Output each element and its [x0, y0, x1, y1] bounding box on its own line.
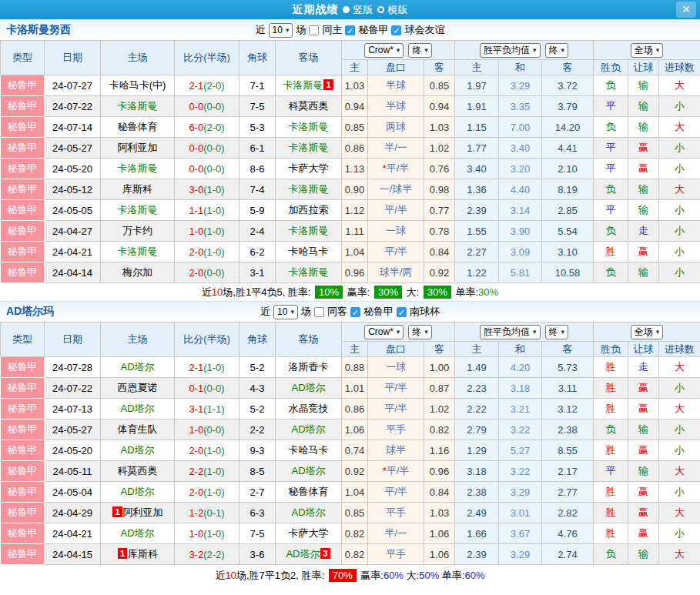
odds-home-value: 0.94 — [345, 101, 364, 112]
same-venue-checkbox[interactable] — [314, 307, 324, 317]
odds-home-value: 0.85 — [345, 122, 364, 133]
odds-home-value: 0.85 — [345, 507, 364, 519]
layout-vertical-label[interactable]: 竖版 — [353, 3, 373, 17]
league-checkbox[interactable]: ✓ — [350, 307, 360, 317]
avg-final-select[interactable]: 终▾ — [545, 43, 569, 58]
fulltime-score: 2-0 — [189, 445, 203, 456]
card-badge: 1 — [112, 506, 122, 517]
avg-home-cell: 1.97 — [455, 75, 499, 96]
layout-vertical-radio[interactable] — [343, 6, 350, 13]
odds-home-value: 0.86 — [345, 403, 364, 415]
score-cell: 2-0(1-0) — [175, 242, 239, 262]
odds-home-cell: 0.90 — [342, 179, 368, 200]
league-cell: 秘鲁甲 — [1, 440, 45, 461]
odds-away-cell: 0.87 — [424, 378, 455, 399]
same-venue-checkbox[interactable] — [309, 25, 319, 35]
layout-horizontal-radio[interactable] — [377, 6, 384, 13]
avg-final-select-value: 终 — [549, 44, 558, 57]
wdl-result-cell-value: 胜 — [606, 403, 616, 414]
handicap-result-cell: 赢 — [628, 523, 659, 544]
league-filter-label: 秘鲁甲 — [363, 305, 394, 319]
avg-odds-select[interactable]: 胜平负均值▾ — [480, 325, 541, 339]
odds-away-value: 1.16 — [430, 445, 449, 456]
odds-away-value: 1.02 — [430, 403, 449, 415]
odds-home-cell: 0.82 — [342, 544, 368, 565]
score-cell: 1-1(1-0) — [175, 200, 239, 221]
corner-cell: 6-2 — [239, 242, 276, 262]
league-cell: 秘鲁甲 — [1, 357, 45, 378]
halftime-score: (1-0) — [203, 362, 224, 373]
halftime-score: (1-0) — [203, 226, 224, 237]
cup-checkbox[interactable]: ✓ — [397, 307, 407, 317]
match-count-select[interactable]: 10▾ — [273, 305, 298, 319]
team-label: 卡洛斯曼 — [289, 266, 329, 278]
layout-horizontal-label[interactable]: 横版 — [388, 3, 408, 17]
handicap-result-cell-value: 输 — [638, 121, 648, 132]
odds-company-select[interactable]: Crow*▾ — [364, 43, 404, 58]
chevron-down-icon: ▾ — [286, 26, 290, 34]
match-row: 秘鲁甲24-04-21AD塔尔1-0(1-0)7-5卡萨大学0.82半/一1.0… — [1, 523, 700, 544]
odds-final-select[interactable]: 终▾ — [408, 325, 432, 339]
match-count-select[interactable]: 10▾ — [269, 23, 293, 38]
odds-away-value: 0.77 — [430, 205, 449, 216]
date-cell: 24-04-14 — [45, 262, 101, 283]
fulltime-score: 2-1 — [189, 80, 203, 92]
avg-away-cell: 2.74 — [542, 544, 594, 565]
odds-away-value: 0.92 — [430, 267, 449, 279]
wdl-result-cell: 负 — [594, 262, 628, 283]
away-team-cell: 卡洛斯曼 — [276, 117, 342, 138]
fulltime-score: 0-1 — [189, 383, 203, 394]
team-label: 卡洛斯曼 — [118, 204, 158, 216]
odds-select-wrap: Crow*▾终▾ — [342, 43, 454, 58]
team-name: 卡洛斯曼努西 — [6, 23, 71, 37]
scope-select[interactable]: 全场▾ — [631, 43, 664, 58]
odds-final-select[interactable]: 终▾ — [408, 43, 432, 58]
avg-draw-cell-value: 3.29 — [511, 549, 530, 560]
fulltime-score: 2-2 — [189, 466, 203, 477]
avg-home-cell: 1.55 — [455, 221, 499, 242]
wdl-result-cell-value: 负 — [606, 183, 616, 195]
chevron-down-icon: ▾ — [290, 308, 294, 316]
league-checkbox[interactable]: ✓ — [345, 25, 355, 35]
avg-final-select[interactable]: 终▾ — [545, 325, 569, 339]
match-row: 秘鲁甲24-04-21卡洛斯曼2-0(1-0)6-2卡哈马卡1.04平/半0.8… — [1, 242, 700, 262]
odds-home-cell: 0.85 — [342, 117, 368, 138]
handicap-value: 平/半 — [387, 162, 410, 174]
avg-draw-cell: 4.40 — [499, 179, 542, 200]
odds-company-select[interactable]: Crow*▾ — [364, 325, 404, 339]
avg-home-cell: 1.29 — [455, 440, 499, 461]
avg-away-cell: 5.54 — [542, 221, 594, 242]
odds-away-cell: 0.78 — [424, 221, 455, 242]
handicap-value: 平手 — [386, 548, 406, 560]
near-label: 近 — [260, 305, 270, 319]
home-team-cell: 库斯科 — [101, 179, 175, 200]
team-label: 万卡约 — [122, 225, 152, 236]
avg-odds-select[interactable]: 胜平负均值▾ — [480, 43, 541, 58]
odds-away-value: 0.84 — [430, 246, 449, 258]
summary-segment: 60% — [383, 570, 404, 581]
avg-draw-cell-value: 3.67 — [511, 528, 530, 540]
handicap-result-cell: 输 — [628, 200, 659, 221]
goals-result-cell: 大 — [659, 461, 700, 482]
avg-home-cell-value: 2.49 — [467, 507, 486, 519]
odds-home-cell: 0.86 — [342, 399, 368, 420]
summary-segment: 70% — [329, 569, 357, 582]
score-cell: 0-1(0-0) — [175, 378, 239, 399]
handicap-value: 平/半 — [384, 486, 407, 497]
avg-draw-cell-value: 3.29 — [511, 80, 530, 92]
away-team-cell: 科莫西奥 — [276, 96, 342, 117]
handicap-cell: 一/球半 — [368, 179, 424, 200]
corner-cell: 7-5 — [239, 96, 276, 117]
cup-checkbox[interactable]: ✓ — [391, 25, 401, 35]
away-team-cell: 加西拉索 — [276, 200, 342, 221]
scope-select[interactable]: 全场▾ — [631, 325, 664, 339]
away-team-cell: 卡萨大学 — [276, 523, 342, 544]
handicap-cell: 半/一 — [368, 138, 424, 159]
handicap-cell: 平/半 — [368, 482, 424, 503]
handicap-result-cell: 赢 — [628, 440, 659, 461]
close-icon[interactable]: ✕ — [676, 2, 696, 18]
odds-away-value: 0.85 — [430, 80, 449, 92]
date-cell: 24-05-20 — [45, 159, 101, 179]
score-cell: 2-1(2-0) — [175, 75, 239, 96]
goals-result-cell-value: 大 — [675, 361, 685, 373]
